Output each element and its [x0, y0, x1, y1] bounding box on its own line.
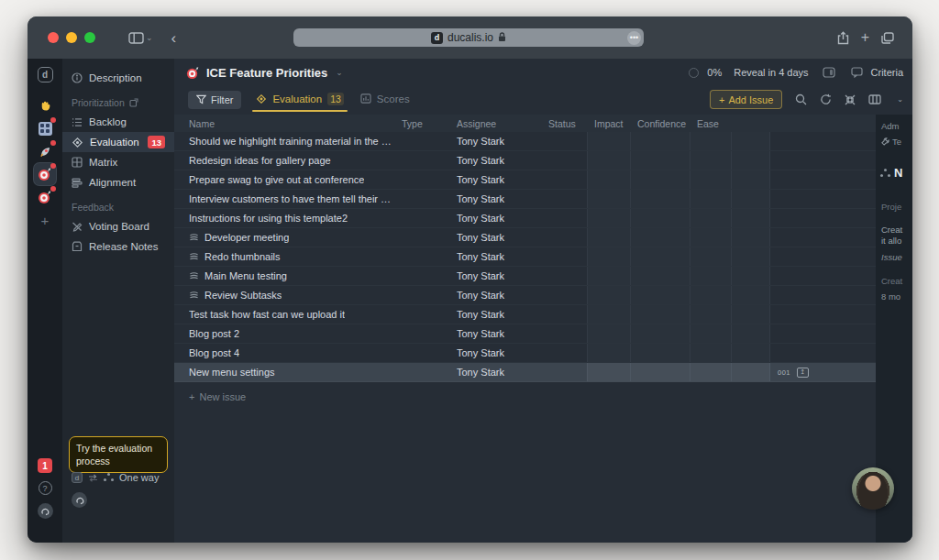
ease-cell[interactable]	[690, 324, 731, 343]
sidebar-item-matrix[interactable]: Matrix	[62, 152, 174, 172]
confidence-cell[interactable]	[630, 190, 690, 208]
ease-cell[interactable]	[690, 247, 731, 266]
confidence-cell[interactable]	[630, 363, 690, 381]
table-row[interactable]: Redesign ideas for gallery page Tony Sta…	[174, 151, 876, 170]
table-row[interactable]: Review Subtasks Tony Stark	[174, 286, 876, 305]
confidence-cell[interactable]	[630, 209, 690, 227]
impact-cell[interactable]	[587, 344, 630, 362]
one-way-switcher[interactable]: d One way	[72, 472, 159, 483]
confidence-cell[interactable]	[630, 267, 690, 285]
ease-cell[interactable]	[690, 286, 731, 304]
open-issue-icon[interactable]: ↥	[797, 368, 809, 378]
confidence-cell[interactable]	[630, 344, 690, 362]
ease-cell[interactable]	[690, 151, 731, 170]
ease-cell[interactable]	[690, 305, 731, 324]
table-row[interactable]: Should we highlight training material in…	[174, 132, 876, 151]
impact-cell[interactable]	[587, 170, 630, 189]
board-menu-chevron-icon[interactable]: ⌄	[336, 68, 343, 77]
columns-view-icon[interactable]	[868, 94, 881, 104]
column-header-ease[interactable]: Ease	[690, 118, 731, 129]
ease-cell[interactable]	[690, 170, 731, 189]
ease-cell[interactable]	[690, 132, 731, 150]
external-window-icon[interactable]	[129, 98, 138, 107]
table-row-selected[interactable]: New menu settings Tony Stark 001 ↥	[174, 363, 876, 382]
impact-cell[interactable]	[587, 190, 630, 208]
confidence-cell[interactable]	[630, 228, 690, 247]
zoom-window-button[interactable]	[84, 32, 95, 43]
confidence-cell[interactable]	[630, 305, 690, 324]
confidence-cell[interactable]	[630, 247, 690, 266]
back-icon[interactable]: ‹	[171, 30, 177, 46]
table-row[interactable]: Test task how fast can we upload it Tony…	[174, 305, 876, 324]
page-options-icon[interactable]: •••	[627, 31, 641, 45]
table-row[interactable]: Instructions for using this template2 To…	[174, 209, 876, 228]
table-row[interactable]: Prepare swag to give out at conference T…	[174, 170, 876, 190]
close-window-button[interactable]	[48, 32, 59, 43]
rail-board-numbers[interactable]	[34, 117, 56, 139]
minimize-window-button[interactable]	[66, 32, 77, 43]
add-board-button[interactable]: +	[41, 213, 50, 228]
impact-cell[interactable]	[587, 151, 630, 170]
tab-overview-icon[interactable]	[881, 32, 894, 44]
rail-board-target[interactable]	[34, 186, 56, 208]
new-tab-icon[interactable]: +	[861, 29, 869, 46]
sidebar-item-description[interactable]: Description	[62, 68, 174, 88]
sync-icon[interactable]	[820, 93, 832, 105]
search-icon[interactable]	[795, 93, 807, 105]
column-header-name[interactable]: Name	[174, 118, 394, 129]
ease-cell[interactable]	[690, 209, 731, 227]
tab-scores[interactable]: Scores	[359, 89, 412, 111]
impact-cell[interactable]	[587, 363, 630, 381]
ease-cell[interactable]	[690, 267, 731, 285]
notification-badge[interactable]: 1	[38, 458, 52, 473]
reveal-countdown[interactable]: Reveal in 4 days	[734, 67, 808, 78]
impact-cell[interactable]	[587, 305, 630, 324]
confidence-cell[interactable]	[630, 286, 690, 304]
collapse-rows-icon[interactable]	[845, 94, 856, 105]
column-header-impact[interactable]: Impact	[587, 118, 630, 129]
table-row[interactable]: Main Menu testing Tony Stark	[174, 267, 876, 286]
table-row[interactable]: Interview customers to have them tell th…	[174, 190, 876, 209]
sidebar-item-backlog[interactable]: Backlog	[62, 112, 174, 132]
impact-cell[interactable]	[587, 209, 630, 227]
impact-cell[interactable]	[587, 267, 630, 285]
browser-sidebar-icon[interactable]	[128, 32, 144, 44]
confidence-cell[interactable]	[630, 170, 690, 189]
impact-cell[interactable]	[587, 324, 630, 343]
rail-board-wave[interactable]	[34, 94, 56, 116]
ease-cell[interactable]	[690, 344, 731, 362]
sidebar-item-release-notes[interactable]: Release Notes	[62, 236, 174, 257]
impact-cell[interactable]	[587, 132, 630, 150]
impact-cell[interactable]	[587, 228, 630, 247]
table-row[interactable]: Blog post 4 Tony Stark	[174, 344, 876, 363]
sidebar-item-alignment[interactable]: Alignment	[62, 172, 174, 192]
share-icon[interactable]	[837, 31, 849, 45]
address-bar[interactable]: d ducalis.io •••	[293, 28, 644, 47]
ease-cell[interactable]	[690, 363, 731, 381]
criteria-label[interactable]: Criteria	[871, 67, 903, 78]
rail-board-target-active[interactable]	[34, 163, 56, 185]
sidebar-chevron-icon[interactable]: ⌄	[146, 33, 153, 42]
column-header-type[interactable]: Type	[394, 118, 449, 129]
side-panel-icon[interactable]	[823, 67, 835, 78]
confidence-cell[interactable]	[630, 324, 690, 343]
new-issue-button[interactable]: + New issue	[189, 391, 876, 402]
user-avatar[interactable]	[852, 467, 894, 510]
columns-chevron-icon[interactable]: ⌄	[897, 95, 903, 104]
support-icon[interactable]	[38, 503, 53, 519]
impact-cell[interactable]	[587, 286, 630, 304]
confidence-cell[interactable]	[630, 151, 690, 170]
support-icon[interactable]	[72, 492, 87, 508]
table-row[interactable]: Redo thumbnails Tony Stark	[174, 247, 876, 267]
add-issue-button[interactable]: +Add Issue	[710, 90, 782, 109]
ease-cell[interactable]	[690, 228, 731, 247]
confidence-cell[interactable]	[630, 132, 690, 150]
ease-cell[interactable]	[690, 190, 731, 208]
table-row[interactable]: Blog post 2 Tony Stark	[174, 324, 876, 344]
column-header-status[interactable]: Status	[541, 118, 587, 129]
impact-cell[interactable]	[587, 247, 630, 266]
ducalis-logo-icon[interactable]: d	[38, 67, 53, 82]
sidebar-item-voting-board[interactable]: Voting Board	[62, 216, 174, 236]
filter-button[interactable]: Filter	[188, 91, 241, 109]
tab-evaluation[interactable]: Evaluation 13	[254, 88, 345, 112]
